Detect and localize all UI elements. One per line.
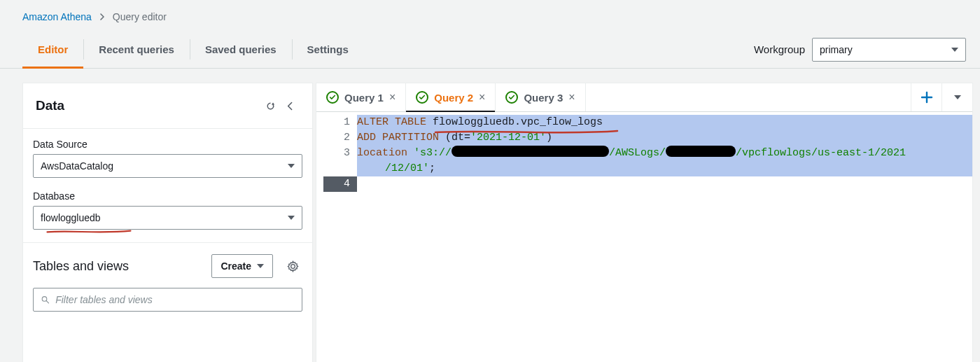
breadcrumb: Amazon Athena Query editor [0,0,980,31]
query-tab-name: Query 3 [524,92,563,104]
editor-line: ADD PARTITION (dt='2021-12-01') [357,130,972,146]
tables-settings-button[interactable] [283,256,302,276]
collapse-panel-button[interactable] [280,96,300,116]
breadcrumb-current: Query editor [113,11,167,22]
gear-icon [287,260,299,272]
editor-line: ALTER TABLE flowloggluedb.vpc_flow_logs [357,115,972,130]
status-success-icon [326,91,339,104]
workgroup-select[interactable]: primary [812,38,966,62]
editor-gutter: 1234 [316,112,357,362]
svg-line-1 [46,301,48,303]
status-success-icon [416,91,428,104]
caret-down-icon [951,48,958,52]
editor-lines[interactable]: ALTER TABLE flowloggluedb.vpc_flow_logsA… [357,112,972,362]
database-value: flowloggluedb [41,212,101,223]
plus-icon [920,91,933,104]
chevron-left-icon [284,100,296,112]
primary-tab-bar: Editor Recent queries Saved queries Sett… [0,31,980,69]
refresh-button[interactable] [260,96,280,116]
editor-area: Query 1 × Query 2 × Query 3 × 1234 [316,83,973,362]
redaction [451,146,609,157]
tables-views-title: Tables and views [33,259,204,274]
data-panel-title: Data [36,98,260,113]
caret-down-icon [954,95,961,99]
create-button[interactable]: Create [211,254,273,278]
primary-tabs: Editor Recent queries Saved queries Sett… [22,31,364,68]
tab-saved-queries[interactable]: Saved queries [190,31,292,68]
query-tab-name: Query 1 [344,92,384,104]
create-label: Create [220,260,251,272]
add-query-tab-button[interactable] [911,83,941,111]
caret-down-icon [257,264,264,268]
search-icon [41,295,50,305]
query-tab-1[interactable]: Query 1 × [316,83,406,111]
data-source-value: AwsDataCatalog [41,160,113,172]
tab-editor[interactable]: Editor [22,31,83,68]
redaction [666,146,736,157]
breadcrumb-root[interactable]: Amazon Athena [22,11,92,22]
workgroup-selector: Workgroup primary [754,31,966,68]
editor-line [357,176,972,192]
close-icon[interactable]: × [568,92,575,103]
caret-down-icon [288,164,295,168]
database-field: Database flowloggluedb [33,190,302,230]
filter-tables-input[interactable] [55,294,295,305]
status-success-icon [505,91,518,104]
tab-recent-queries[interactable]: Recent queries [83,31,190,68]
query-tab-3[interactable]: Query 3 × [496,83,585,111]
query-tabs: Query 1 × Query 2 × Query 3 × [316,83,972,112]
workgroup-value: primary [820,44,853,55]
chevron-right-icon [99,11,106,22]
query-tab-name: Query 2 [434,92,473,104]
data-panel: Data Data Source AwsDataCatalog Database… [22,83,313,362]
tables-views-header: Tables and views Create [33,254,302,278]
data-source-select[interactable]: AwsDataCatalog [33,154,302,178]
annotation-underline-icon [40,229,138,234]
refresh-icon [265,100,276,112]
editor-line: location 's3:///AWSLogs//vpcflowlogs/us-… [357,146,972,161]
sql-editor[interactable]: 1234 ALTER TABLE flowloggluedb.vpc_flow_… [316,112,972,362]
tab-settings[interactable]: Settings [292,31,364,68]
caret-down-icon [288,216,295,220]
query-tab-more-button[interactable] [941,83,972,111]
workgroup-label: Workgroup [754,43,805,55]
main-split: Data Data Source AwsDataCatalog Database… [0,69,980,362]
svg-point-0 [42,297,47,302]
editor-line: /12/01'; [357,161,972,176]
database-select[interactable]: flowloggluedb [33,206,302,230]
divider [23,242,312,243]
data-source-label: Data Source [33,139,302,150]
close-icon[interactable]: × [479,92,485,103]
database-label: Database [33,190,302,202]
data-source-field: Data Source AwsDataCatalog [33,139,302,178]
close-icon[interactable]: × [389,92,396,103]
filter-tables-input-wrap[interactable] [33,288,302,312]
query-tab-2[interactable]: Query 2 × [406,83,496,111]
